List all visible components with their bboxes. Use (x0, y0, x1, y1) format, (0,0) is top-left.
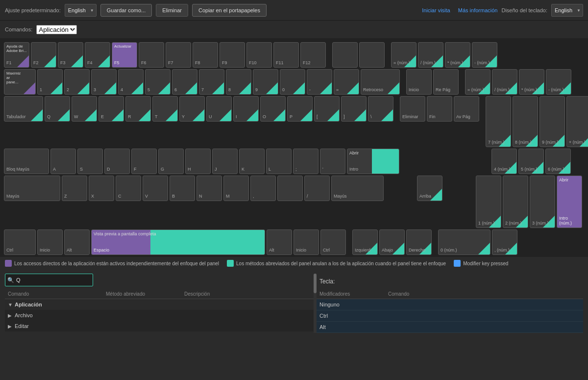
key-re-pag[interactable]: Re Pág (433, 69, 459, 95)
key-m[interactable]: M (223, 176, 249, 201)
key-8[interactable]: 8 (226, 69, 251, 95)
key-bloq[interactable]: Bloq Mayús (4, 149, 49, 174)
table-row-aplicacion[interactable]: ▼ Aplicación (5, 299, 314, 310)
table-row-editar[interactable]: ▶ Editar (5, 321, 314, 331)
key-space[interactable]: Vista previa a pantalla completa Espacio (91, 229, 265, 255)
key-a[interactable]: A (50, 149, 76, 174)
key-num-slash[interactable]: / (núm.) (418, 42, 443, 68)
key-alt-r[interactable]: Alt (267, 229, 292, 255)
key-enter[interactable]: Abrir Intro (347, 149, 399, 174)
key-f5[interactable]: Actualizar F5 (112, 42, 137, 68)
key-x[interactable]: X (89, 176, 114, 201)
key-av-pag[interactable]: Av Pág (454, 96, 479, 122)
key-j[interactable]: J (212, 149, 238, 174)
key-d[interactable]: D (104, 149, 130, 174)
key-backtick[interactable]: Maximizarpane... (4, 69, 36, 95)
key-0[interactable]: 0 (280, 69, 305, 95)
key-b[interactable]: B (170, 176, 195, 201)
key-num-0[interactable]: 0 (núm.) (438, 229, 490, 255)
key-ctrl-r[interactable]: Ctrl (320, 229, 346, 255)
key-comma[interactable]: , (250, 176, 276, 201)
key-f8[interactable]: F8 (193, 42, 218, 68)
key-o[interactable]: O (260, 96, 286, 122)
key-f6[interactable]: F6 (139, 42, 164, 68)
key-t[interactable]: T (152, 96, 178, 122)
key-backspace[interactable]: Retroceso (361, 69, 400, 95)
key-6[interactable]: 6 (172, 69, 197, 95)
key-inicio-b[interactable]: Inicio (37, 229, 63, 255)
key-3[interactable]: 3 (91, 69, 117, 95)
key-n[interactable]: N (196, 176, 222, 201)
key-num-star[interactable]: * (núm.) (445, 42, 470, 68)
key-l[interactable]: L (266, 149, 292, 174)
key-num-4[interactable]: 4 (núm.) (491, 149, 517, 174)
key-num-5[interactable]: 5 (núm.) (518, 149, 544, 174)
key-num-7[interactable]: 7 (núm.) (486, 96, 511, 147)
key-c[interactable]: C (116, 176, 141, 201)
modifier-row-ninguno[interactable]: Ninguno (317, 299, 583, 310)
key-y[interactable]: Y (179, 96, 205, 122)
key-num-3[interactable]: 3 (núm.) (530, 176, 555, 228)
key-f10[interactable]: F10 (246, 42, 272, 68)
key-2[interactable]: 2 (64, 69, 90, 95)
scrollbar-divider[interactable] (314, 274, 317, 333)
key-inicio-r[interactable]: Inicio (294, 229, 319, 255)
key-h[interactable]: H (185, 149, 211, 174)
key-num-enter-abrir[interactable]: Abrir Intro(núm.) (557, 176, 582, 228)
keyboard-design-select[interactable]: English (551, 4, 583, 17)
key-rshift[interactable]: Mayús (331, 176, 384, 201)
key-abajo[interactable]: Abajo (379, 229, 405, 255)
key-f12[interactable]: F12 (300, 42, 326, 68)
key-quote[interactable]: ' (320, 149, 345, 174)
key-f4[interactable]: F4 (85, 42, 110, 68)
key-num-dot[interactable]: , (núm.) (492, 229, 517, 255)
key-num-9[interactable]: 9 (núm.) (539, 96, 565, 147)
key-lshift[interactable]: Mayús (4, 176, 60, 201)
key-f[interactable]: F (131, 149, 157, 174)
key-num-m2[interactable]: - (núm.) (546, 69, 571, 95)
key-w[interactable]: W (72, 96, 97, 122)
key-7[interactable]: 7 (199, 69, 224, 95)
key-num-6[interactable]: 6 (núm.) (545, 149, 571, 174)
key-supr[interactable]: Eliminar (400, 96, 425, 122)
key-9[interactable]: 9 (253, 69, 278, 95)
key-insert[interactable] (332, 42, 358, 68)
key-num-st2[interactable]: * (núm.) (519, 69, 544, 95)
modifier-row-alt[interactable]: Alt (317, 322, 583, 333)
key-rbracket[interactable]: ] (341, 96, 367, 122)
key-f1[interactable]: Ayuda deAdobe Bri... F1 (4, 42, 29, 68)
key-f11[interactable]: F11 (273, 42, 299, 68)
key-alt-l[interactable]: Alt (64, 229, 90, 255)
preset-select[interactable]: English (65, 4, 97, 17)
key-tab[interactable]: Tabulador (4, 96, 43, 122)
save-button[interactable]: Guardar como... (100, 4, 152, 17)
key-num-eq2[interactable]: = (núm.) (465, 69, 490, 95)
key-equal[interactable]: = (334, 69, 359, 95)
key-semicolon[interactable]: ; (293, 149, 318, 174)
key-slash[interactable]: / (304, 176, 330, 201)
key-num-sl2[interactable]: / (núm.) (492, 69, 517, 95)
key-fin[interactable]: Fin (427, 96, 452, 122)
search-input[interactable] (5, 274, 93, 286)
key-1[interactable]: 1 (37, 69, 63, 95)
key-period[interactable] (277, 176, 303, 201)
key-g[interactable]: G (158, 149, 184, 174)
key-home-top[interactable] (359, 42, 385, 68)
key-derecho[interactable]: Derecho (406, 229, 432, 255)
key-e[interactable]: E (98, 96, 124, 122)
key-backslash[interactable]: \ (368, 96, 393, 122)
table-row-archivo[interactable]: ▶ Archivo (5, 310, 314, 321)
key-minus[interactable]: - (307, 69, 332, 95)
key-f7[interactable]: F7 (166, 42, 191, 68)
key-ctrl-l[interactable]: Ctrl (4, 229, 36, 255)
key-v[interactable]: V (143, 176, 168, 201)
clipboard-button[interactable]: Copiar en el portapapeles (192, 4, 267, 17)
key-u[interactable]: U (206, 96, 232, 122)
key-inicio[interactable]: Inicio (406, 69, 432, 95)
key-s[interactable]: S (77, 149, 103, 174)
visit-link[interactable]: Iniciar visita (422, 7, 450, 13)
key-arriba[interactable]: Arriba (417, 176, 442, 201)
key-5[interactable]: 5 (145, 69, 171, 95)
key-4[interactable]: 4 (118, 69, 144, 95)
more-info-link[interactable]: Más información (458, 7, 498, 13)
